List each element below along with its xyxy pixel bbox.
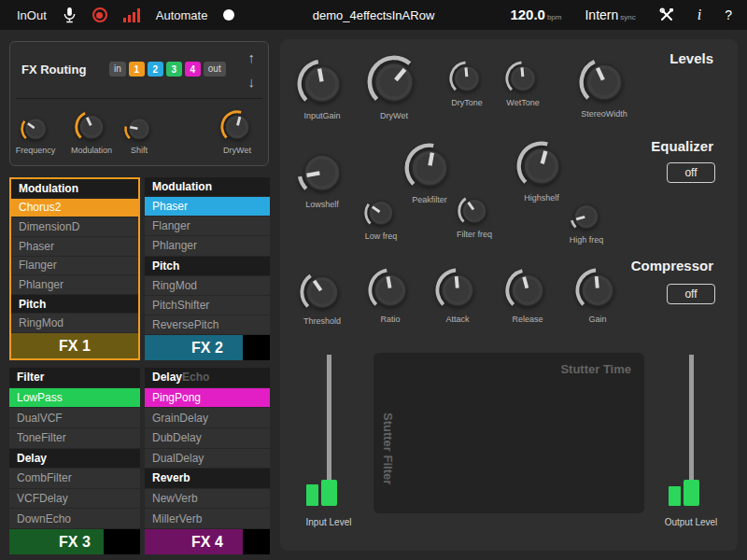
knob-svg xyxy=(300,270,345,315)
inout-button[interactable]: InOut xyxy=(17,8,47,22)
output-slider-handle[interactable] xyxy=(684,480,699,506)
knob-low-freq[interactable]: Low freq xyxy=(346,196,416,241)
knob-high-freq[interactable]: High freq xyxy=(552,200,621,245)
fx-list-item[interactable]: DualDelay xyxy=(145,449,270,469)
fx-list-item[interactable]: Phaser xyxy=(145,197,270,217)
automate-indicator-icon[interactable] xyxy=(223,9,234,21)
automate-button[interactable]: Automate xyxy=(156,8,208,22)
knob-threshold[interactable]: Threshold xyxy=(288,270,357,326)
knob-gain[interactable]: Gain xyxy=(563,268,632,324)
fx-list-item[interactable]: Phaser xyxy=(11,237,138,257)
bpm-display[interactable]: 120.0bpm xyxy=(510,7,561,23)
fx-list-item[interactable]: PitchShifter xyxy=(145,296,270,315)
fx-list-item[interactable]: MillerVerb xyxy=(145,509,270,529)
compressor-off-button[interactable]: off xyxy=(667,284,715,304)
fx-list-item[interactable]: DualVCF xyxy=(9,408,140,428)
fx1-footer-button[interactable]: FX 1 xyxy=(11,333,138,358)
knob-highshelf[interactable]: Highshelf xyxy=(507,141,576,203)
fx-item-label: DubDelay xyxy=(152,431,202,444)
knob-stereowidth[interactable]: StereoWidth xyxy=(570,57,639,119)
main-effect-panel: Levels InputGain DryWet DryTone WetTone … xyxy=(280,39,738,551)
fx-list-item[interactable]: NewVerb xyxy=(145,489,270,510)
signal-bars-icon[interactable] xyxy=(123,7,140,22)
knob-face xyxy=(373,204,390,222)
fx-list-item[interactable]: DelayEcho xyxy=(145,368,270,388)
knob-svg xyxy=(21,114,50,144)
knob-svg xyxy=(516,141,567,191)
record-button[interactable] xyxy=(92,7,107,22)
routing-up-arrow-button[interactable]: ↑ xyxy=(248,46,256,70)
info-button[interactable]: i xyxy=(698,7,701,23)
knob-attack[interactable]: Attack xyxy=(423,268,492,324)
knob-svg xyxy=(368,268,413,313)
knob-drywet[interactable]: DryWet xyxy=(359,55,429,120)
knob-filter-freq[interactable]: Filter freq xyxy=(440,194,509,239)
fx-list-item[interactable]: DimensionD xyxy=(11,217,138,237)
routing-slot-1-button[interactable]: 1 xyxy=(129,62,145,77)
fx-list-item[interactable]: RingMod xyxy=(11,314,138,333)
routing-in-button[interactable]: in xyxy=(109,62,126,77)
output-level-slider[interactable]: Output Level xyxy=(661,355,721,527)
input-level-slider[interactable]: Input Level xyxy=(299,355,359,527)
fx-list-item[interactable]: CombFilter xyxy=(9,469,140,489)
knob-ratio[interactable]: Ratio xyxy=(356,268,425,324)
fx-list-item[interactable]: Modulation xyxy=(11,179,138,199)
help-button[interactable]: ? xyxy=(725,7,732,22)
fx-list-item[interactable]: ReversePitch xyxy=(145,315,270,335)
fx-list-item[interactable]: Flanger xyxy=(11,257,138,276)
routing-slot-4-button[interactable]: 4 xyxy=(185,62,201,77)
fx-item-label: MillerVerb xyxy=(152,512,202,525)
fx1-list: ModulationChorus2DimensionDPhaserFlanger… xyxy=(11,179,138,333)
fx-list-item[interactable]: Filter xyxy=(9,368,140,388)
knob-release[interactable]: Release xyxy=(493,268,562,324)
knob-svg xyxy=(297,59,347,109)
knob-shift[interactable]: Shift xyxy=(109,114,169,155)
knob-routing-drywet[interactable]: DryWet xyxy=(207,110,267,155)
fx-list-item[interactable]: Pitch xyxy=(11,295,138,315)
routing-slot-3-button[interactable]: 3 xyxy=(166,62,182,77)
fx-list-item[interactable]: ToneFilter xyxy=(9,428,140,449)
fx-item-label: PitchShifter xyxy=(152,299,209,312)
fx2-list: ModulationPhaserFlangerPhlangerPitchRing… xyxy=(145,177,270,335)
fx-list-item[interactable]: GrainDelay xyxy=(145,408,270,428)
routing-out-button[interactable]: out xyxy=(204,62,226,77)
knob-wettone[interactable]: WetTone xyxy=(488,61,557,107)
fx-list-item[interactable]: Delay xyxy=(9,449,140,469)
knob-pointer xyxy=(307,173,320,175)
knob-inputgain[interactable]: InputGain xyxy=(288,59,357,120)
sync-value: Intern xyxy=(585,7,618,22)
routing-down-arrow-button[interactable]: ↓ xyxy=(248,70,256,94)
fx-list-item[interactable]: Phlanger xyxy=(145,236,270,256)
fx-list-item[interactable]: Chorus2 xyxy=(11,199,138,218)
stutter-xy-pad[interactable]: Stutter Time Stutter Filter xyxy=(374,353,644,513)
knob-frequency[interactable]: Frequency xyxy=(6,114,65,155)
fx-list-item[interactable]: DownEcho xyxy=(9,509,140,529)
fx-list-item[interactable]: LowPass xyxy=(9,388,140,409)
fx-list-item[interactable]: Modulation xyxy=(145,177,270,197)
tools-icon[interactable] xyxy=(659,7,674,22)
knob-label: DryWet xyxy=(223,146,251,155)
input-slider-handle[interactable] xyxy=(321,480,337,506)
fx-list-item[interactable]: PingPong xyxy=(145,388,270,409)
fx-item-label: CombFilter xyxy=(17,471,72,484)
knob-label: Attack xyxy=(445,315,469,324)
knob-face xyxy=(466,203,484,220)
fx-list-item[interactable]: RingMod xyxy=(145,276,270,296)
fx-list-item[interactable]: Reverb xyxy=(145,469,270,489)
knob-svg xyxy=(458,194,491,228)
routing-slot-2-button[interactable]: 2 xyxy=(148,62,163,77)
knob-svg xyxy=(435,268,480,313)
fx3-footer-button[interactable]: FX 3 xyxy=(9,529,140,554)
equalizer-off-button[interactable]: off xyxy=(667,162,715,183)
fx-list-item[interactable]: DubDelay xyxy=(145,428,270,449)
knob-arc xyxy=(571,220,575,227)
fx4-footer-button[interactable]: FX 4 xyxy=(145,529,270,554)
mic-icon[interactable] xyxy=(63,7,77,24)
fx-list-item[interactable]: Pitch xyxy=(145,257,270,276)
fx-list-item[interactable]: Flanger xyxy=(145,217,270,236)
sync-mode-button[interactable]: Internsync xyxy=(585,7,635,23)
knob-pointer xyxy=(457,276,458,287)
fx2-footer-button[interactable]: FX 2 xyxy=(145,335,270,360)
fx-list-item[interactable]: Phlanger xyxy=(11,275,138,295)
fx-list-item[interactable]: VCFDelay xyxy=(9,489,140,510)
